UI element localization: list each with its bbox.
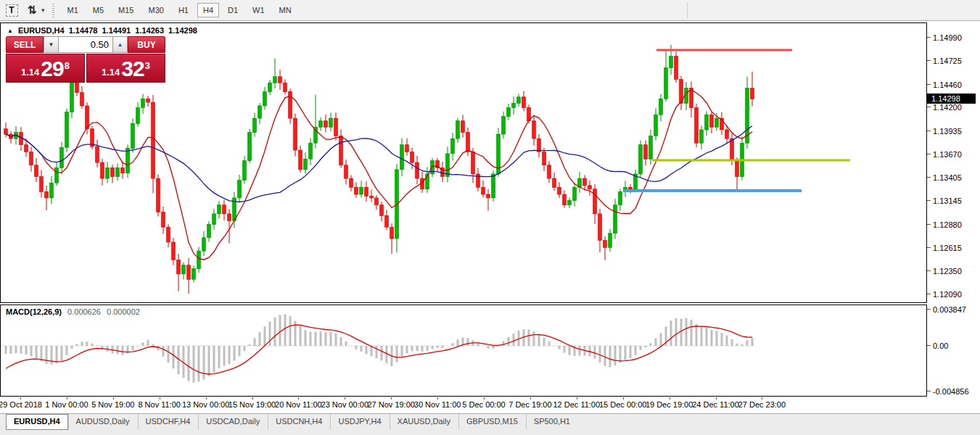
- time-axis-label: 27 Nov 19:00: [367, 400, 414, 409]
- ohlc-open: 1.14478: [69, 26, 98, 35]
- volume-increase-button[interactable]: ▲: [112, 36, 128, 53]
- macd-axis-label: 0.00: [927, 341, 948, 350]
- ohlc-close: 1.14298: [168, 26, 197, 35]
- time-axis-label: 19 Dec 19:00: [646, 400, 693, 409]
- buy-button[interactable]: BUY: [128, 36, 165, 53]
- macd-indicator-label: MACD(12,26,9) 0.000626 0.000002: [6, 307, 140, 316]
- time-axis-label: 29 Oct 2018: [0, 400, 42, 409]
- time-axis-tick: [716, 397, 717, 399]
- time-axis-label: 12 Dec 11:00: [553, 400, 600, 409]
- chart-title: ▲ EURUSD,H4 1.14478 1.14491 1.14263 1.14…: [7, 26, 199, 35]
- time-axis-label: 23 Nov 00:00: [321, 400, 368, 409]
- buy-price-point: 3: [145, 60, 150, 71]
- time-axis-tick: [345, 397, 345, 399]
- price-axis-label: 1.14990: [927, 33, 962, 42]
- ohlc-low: 1.14263: [135, 26, 164, 35]
- buy-price-pips: 32: [121, 58, 144, 80]
- price-axis-label: 1.14460: [927, 80, 962, 89]
- current-price-badge: 1.14298: [927, 94, 976, 104]
- time-axis-tick: [762, 397, 762, 399]
- time-axis-label: 15 Dec 00:00: [599, 400, 646, 409]
- price-axis-label: 1.14725: [927, 57, 962, 65]
- macd-name: MACD(12,26,9): [6, 307, 62, 316]
- time-axis-tick: [113, 397, 114, 399]
- time-axis[interactable]: 29 Oct 20181 Nov 00:005 Nov 19:008 Nov 1…: [0, 397, 927, 413]
- macd-axis-label: 0.003847: [927, 305, 966, 314]
- time-axis-tick: [67, 397, 67, 399]
- time-axis-label: 27 Dec 23:00: [738, 400, 786, 409]
- time-axis-tick: [437, 397, 438, 399]
- sell-price-point: 8: [65, 60, 70, 71]
- price-axis-label: 1.13145: [927, 196, 962, 205]
- price-axis-label: 1.12880: [927, 220, 962, 229]
- sell-price-pips: 29: [41, 58, 63, 80]
- macd-main-value: 0.000626: [67, 307, 101, 316]
- time-axis-label: 24 Dec 11:00: [692, 400, 739, 409]
- time-axis-tick: [623, 397, 624, 399]
- sell-button[interactable]: SELL: [6, 36, 44, 53]
- one-click-trading-panel: SELL ▼ 0.50 ▲ BUY 1.14 29 8 1.14 32 3: [6, 36, 165, 83]
- sell-price-prefix: 1.14: [21, 65, 39, 80]
- time-axis-label: 15 Nov 19:00: [228, 400, 276, 409]
- time-axis-label: 5 Dec 00:00: [462, 400, 505, 409]
- price-axis-label: 1.12350: [927, 267, 962, 276]
- sell-price-box[interactable]: 1.14 29 8: [6, 54, 85, 83]
- volume-input[interactable]: 0.50: [59, 36, 112, 53]
- time-axis-tick: [577, 397, 577, 399]
- time-axis-tick: [298, 397, 299, 399]
- time-axis-tick: [252, 397, 253, 399]
- ohlc-high: 1.14491: [102, 26, 131, 35]
- time-axis-label: 13 Nov 00:00: [182, 400, 229, 409]
- price-axis-label: 1.13670: [927, 150, 962, 159]
- buy-price-box[interactable]: 1.14 32 3: [86, 54, 165, 83]
- time-axis-label: 1 Nov 00:00: [45, 400, 88, 409]
- time-axis-label: 30 Nov 11:00: [414, 400, 461, 409]
- one-click-collapse-icon[interactable]: ▲: [7, 28, 13, 34]
- time-axis-label: 8 Nov 11:00: [138, 400, 181, 409]
- price-axis-label: 1.14200: [927, 103, 962, 112]
- price-axis-label: 1.12615: [927, 244, 962, 252]
- volume-decrease-button[interactable]: ▼: [44, 36, 59, 53]
- time-axis-label: 7 Dec 19:00: [508, 400, 551, 409]
- time-axis-tick: [484, 397, 485, 399]
- time-axis-label: 20 Nov 11:00: [275, 400, 322, 409]
- time-axis-tick: [391, 397, 392, 399]
- buy-price-prefix: 1.14: [102, 65, 120, 80]
- time-axis-tick: [206, 397, 207, 399]
- terminal-window: T ⇅ ▾ M1M5M15M30H1H4D1W1MN ▲ EURUSD,H4 1…: [0, 0, 980, 435]
- time-axis-tick: [530, 397, 531, 399]
- macd-signal-value: 0.000002: [107, 307, 140, 316]
- time-axis-label: 5 Nov 19:00: [91, 400, 134, 409]
- symbol-name: EURUSD,H4: [18, 26, 65, 35]
- time-axis-tick: [670, 397, 670, 399]
- price-axis-label: 1.13935: [927, 127, 962, 136]
- price-axis-label: 1.13405: [927, 173, 962, 182]
- macd-axis-label: -0.004856: [927, 387, 969, 396]
- time-axis-tick: [20, 397, 21, 399]
- price-axis-label: 1.12090: [927, 290, 962, 299]
- time-axis-tick: [160, 397, 160, 399]
